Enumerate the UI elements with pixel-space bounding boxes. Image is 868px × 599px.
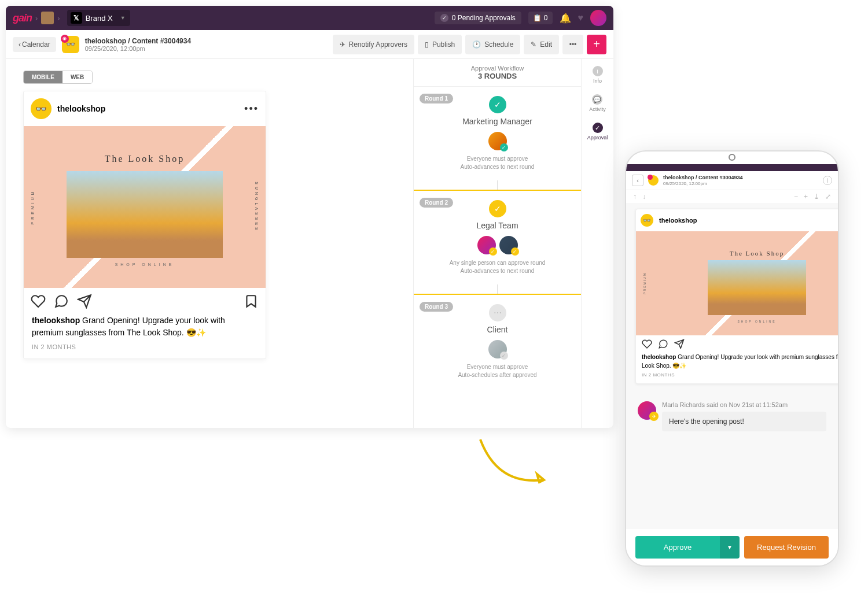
round-name: Legal Team [421,221,574,230]
round-avatars: ✓ [421,132,574,150]
post-menu-icon[interactable]: ••• [244,103,259,115]
round-rule: Any single person can approve round Auto… [421,259,574,275]
image-tagline: SHOP ONLINE [115,262,175,267]
crumb-sep: › [35,14,38,23]
post-caption: thelookshop Grand Opening! Upgrade your … [636,353,838,372]
user-avatar[interactable] [590,10,606,26]
comment-meta: Marla Richards said on Nov 21st at 11:52… [662,401,826,408]
post-image: PREMIUM SUNGLASSES The Look Shop SHOP ON… [24,126,266,288]
round-3: Round 3 ⋯ Client ✓ Everyone must approve… [414,295,581,389]
share-icon[interactable] [77,294,92,309]
main: MOBILE WEB 👓 thelookshop ••• PREMIUM SUN… [6,59,613,428]
publish-button[interactable]: ▯Publish [418,35,462,54]
rail-approval[interactable]: ✓ Approval [587,123,608,140]
clock-icon: 🕑 [472,40,481,49]
instagram-icon: ◉ [61,35,69,43]
back-calendar-button[interactable]: ‹ Calendar [13,37,56,52]
content-meta: thelookshop / Content #3004934 09/25/202… [85,37,193,52]
share-icon[interactable] [674,339,685,349]
commenter-avatar: ✈ [638,401,656,420]
check-icon: ✓ [593,123,603,133]
clipboard-count[interactable]: 📋 0 [528,12,553,24]
check-icon: ✓ [440,14,448,22]
rail-info[interactable]: i Info [593,66,603,84]
round-pill: Round 3 [420,302,453,312]
more-button[interactable]: ••• [562,35,583,54]
post-image: PREMIUM SUNGLASSES The Look Shop SHOP ON… [636,231,838,335]
back-button[interactable]: ‹ [632,175,643,186]
logo[interactable]: gain [13,12,32,24]
info-icon: i [593,66,603,76]
post-time: IN 2 MONTHS [636,372,838,383]
workflow-column: ▸ Approval Workflow 3 ROUNDS Round 1 ✓ M… [413,59,581,428]
heart-icon[interactable] [31,294,46,309]
add-button[interactable]: + [587,35,606,54]
send-icon: ✈ [340,40,345,49]
round-pill: Round 2 [420,198,453,208]
image-label-left: PREMIUM [31,189,35,224]
device-icon: ▯ [425,40,429,49]
download-icon[interactable]: ⤓ [814,193,819,201]
phone-header: ‹ thelookshop / Content #3004934 09/25/2… [626,171,838,190]
comment-icon[interactable] [54,294,69,309]
side-rail: i Info 💬 Activity ✓ Approval [581,59,613,428]
up-icon[interactable]: ↑ [633,193,637,201]
clipboard-icon: 📋 [533,14,542,22]
web-tab[interactable]: WEB [62,71,92,83]
channel-avatar: ◉ 👓 [62,36,79,53]
bell-icon[interactable]: 🔔 [560,13,571,24]
round-pill: Round 1 [420,94,453,103]
topbar-right: ✓ 0 Pending Approvals 📋 0 🔔 ♥ [435,10,606,26]
image-title: The Look Shop [105,154,185,164]
pencil-icon: ✎ [531,40,536,49]
heart-icon[interactable] [642,339,652,349]
post-preview: 👓 thelookshop ••• PREMIUM SUNGLASSES The… [23,91,266,359]
post-username: thelookshop [659,217,697,224]
crumb-sep: › [57,14,60,23]
schedule-button[interactable]: 🕑Schedule [465,35,520,54]
workspace-thumb[interactable] [41,12,54,24]
round-1: Round 1 ✓ Marketing Manager ✓ Everyone m… [414,87,581,180]
phone-mockup: ‹ thelookshop / Content #3004934 09/25/2… [625,150,839,567]
approve-button[interactable]: Approve [635,536,720,559]
phone-notch [703,151,761,164]
bookmark-icon[interactable] [244,294,259,309]
post-username: thelookshop [57,104,105,113]
round-2: Round 2 ✓ Legal Team ✓ ✓ Any single pers… [414,191,581,284]
edit-button[interactable]: ✎Edit [524,35,559,54]
renotify-button[interactable]: ✈Renotify Approvers [333,35,414,54]
phone-actions: Approve ▼ Request Revision [626,529,838,565]
round-avatars: ✓ [421,340,574,358]
request-revision-button[interactable]: Request Revision [744,536,829,559]
phone-content: 👓 thelookshop ••• PREMIUM SUNGLASSES The… [626,203,838,529]
minus-icon[interactable]: − [794,193,798,201]
clipboard-num: 0 [544,14,548,22]
check-icon: ✓ [489,200,506,217]
rail-activity[interactable]: 💬 Activity [589,94,606,112]
phone-toolbar: ↑ ↓ − + ⤓ ⤢ [626,190,838,203]
toolbar: ✈Renotify Approvers ▯Publish 🕑Schedule ✎… [333,35,606,54]
post-preview: 👓 thelookshop ••• PREMIUM SUNGLASSES The… [635,209,838,384]
post-caption: thelookshop Grand Opening! Upgrade your … [24,315,266,343]
brand-selector[interactable]: 𝕏 Brand X ▼ [67,10,130,26]
plus-icon[interactable]: + [804,193,808,201]
workflow-rounds-count: 3 ROUNDS [420,72,575,80]
phone-statusbar [626,164,838,171]
approve-dropdown[interactable]: ▼ [720,536,740,559]
down-icon[interactable]: ↓ [642,193,646,201]
approver-avatar: ✓ [499,236,518,254]
heart-icon[interactable]: ♥ [578,13,584,23]
mobile-tab[interactable]: MOBILE [24,71,62,83]
comment-icon[interactable] [658,339,668,349]
round-name: Marketing Manager [421,117,574,126]
post-avatar: 👓 [641,214,653,227]
comment: ✈ Marla Richards said on Nov 21st at 11:… [635,401,829,431]
content-date: 09/25/2020, 12:00pm [85,45,193,52]
caption-user: thelookshop [32,316,80,325]
chat-icon: 💬 [592,94,602,105]
info-icon[interactable]: i [823,176,832,185]
expand-icon[interactable]: ⤢ [825,193,831,201]
pending-approvals[interactable]: ✓ 0 Pending Approvals [435,12,521,24]
workflow-title: Approval Workflow [420,65,575,72]
post-header: 👓 thelookshop ••• [24,91,266,126]
